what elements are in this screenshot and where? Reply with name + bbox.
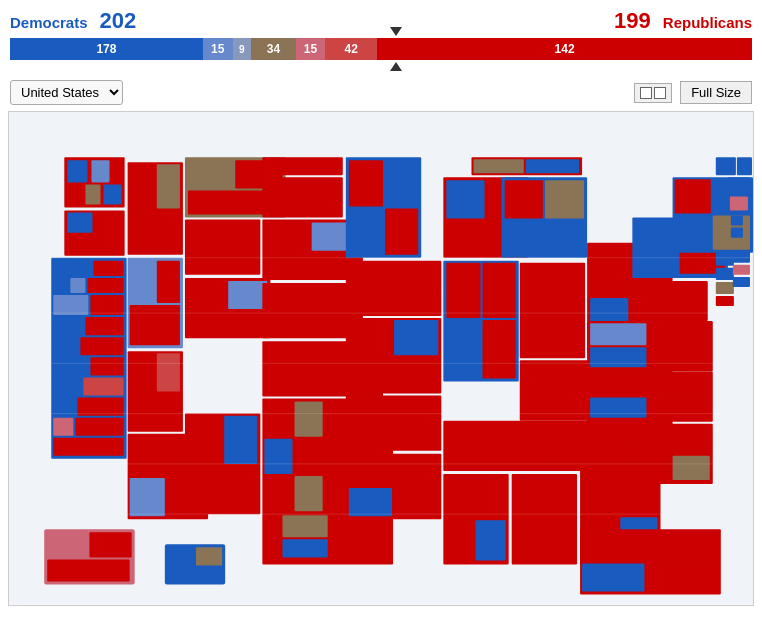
svg-rect-31	[75, 418, 123, 436]
svg-rect-232	[196, 547, 222, 565]
svg-rect-19	[90, 295, 123, 315]
svg-rect-81	[330, 539, 378, 557]
svg-rect-9	[67, 235, 92, 253]
header: Democrats 202 199 Republicans 178 15 9 3…	[0, 0, 762, 74]
svg-rect-107	[349, 290, 392, 312]
svg-rect-78	[282, 515, 327, 537]
svg-rect-231	[168, 547, 194, 565]
svg-rect-118	[394, 425, 438, 447]
svg-rect-130	[446, 263, 480, 318]
svg-rect-148	[590, 246, 628, 296]
svg-rect-3	[91, 160, 109, 182]
svg-rect-98	[262, 157, 342, 175]
svg-rect-189	[648, 373, 709, 395]
small-map-button[interactable]	[634, 83, 672, 103]
svg-rect-164	[476, 476, 506, 518]
small-icon2	[654, 87, 666, 99]
svg-rect-35	[157, 261, 180, 303]
svg-rect-61	[188, 416, 222, 464]
svg-rect-49	[188, 311, 226, 335]
svg-rect-70	[295, 439, 323, 474]
svg-rect-113	[394, 357, 438, 389]
svg-rect-27	[83, 377, 123, 395]
svg-rect-178	[582, 531, 644, 561]
svg-rect-173	[582, 471, 618, 515]
svg-rect-73	[264, 476, 292, 511]
svg-rect-216	[716, 296, 734, 306]
svg-rect-32	[53, 438, 123, 456]
svg-rect-125	[446, 180, 484, 218]
svg-rect-47	[188, 281, 226, 309]
svg-rect-26	[53, 377, 81, 395]
svg-rect-65	[264, 402, 292, 437]
us-map	[9, 112, 753, 605]
svg-rect-111	[394, 320, 438, 355]
svg-rect-233	[168, 567, 194, 581]
svg-rect-145	[522, 311, 550, 355]
svg-rect-195	[590, 347, 646, 367]
svg-rect-229	[47, 559, 129, 581]
svg-rect-16	[70, 278, 85, 293]
svg-rect-191	[648, 398, 709, 418]
svg-rect-108	[394, 290, 438, 312]
bar-seg-34: 34	[251, 38, 296, 60]
svg-rect-206	[675, 216, 711, 250]
svg-rect-197	[632, 281, 707, 321]
svg-rect-42	[188, 160, 233, 188]
svg-rect-20	[53, 317, 83, 335]
svg-rect-138	[545, 221, 584, 255]
svg-rect-183	[634, 426, 670, 454]
svg-rect-221	[731, 228, 743, 238]
svg-rect-211	[739, 159, 750, 173]
svg-rect-39	[157, 164, 180, 208]
reps-label: Republicans	[663, 14, 752, 31]
svg-rect-45	[185, 220, 260, 275]
svg-rect-227	[47, 532, 87, 557]
fullsize-button[interactable]: Full Size	[680, 81, 752, 104]
svg-rect-112	[349, 357, 392, 389]
small-icon	[640, 87, 652, 99]
svg-rect-234	[196, 567, 222, 581]
svg-rect-171	[544, 520, 574, 560]
svg-rect-34	[130, 261, 155, 303]
map-container	[8, 111, 754, 606]
svg-rect-105	[349, 263, 392, 288]
svg-rect-63	[188, 466, 255, 510]
svg-rect-14	[93, 261, 123, 276]
svg-rect-103	[385, 209, 418, 255]
svg-rect-160	[446, 448, 547, 468]
svg-rect-141	[526, 159, 579, 173]
svg-rect-185	[634, 456, 670, 480]
svg-rect-146	[552, 311, 582, 355]
svg-rect-4	[67, 184, 82, 204]
svg-rect-116	[394, 398, 438, 423]
svg-rect-5	[85, 184, 100, 204]
svg-rect-30	[53, 418, 73, 436]
svg-rect-117	[349, 425, 392, 447]
svg-rect-15	[53, 278, 68, 293]
svg-rect-180	[582, 563, 644, 591]
svg-rect-184	[673, 426, 710, 454]
bar-seg-15a: 15	[203, 38, 233, 60]
svg-rect-56	[130, 436, 165, 476]
svg-rect-12	[53, 261, 71, 276]
svg-rect-131	[483, 263, 516, 318]
svg-rect-97	[262, 177, 342, 217]
svg-rect-199	[634, 220, 677, 248]
svg-rect-69	[264, 439, 292, 474]
svg-rect-158	[446, 423, 547, 446]
bar-seg-9: 9	[233, 38, 252, 60]
svg-rect-213	[718, 253, 732, 264]
svg-rect-133	[483, 320, 516, 378]
svg-rect-144	[552, 265, 582, 309]
region-select[interactable]: United States Northeast Midwest South We…	[10, 80, 123, 105]
svg-rect-225	[730, 196, 748, 210]
svg-rect-179	[646, 531, 717, 561]
svg-rect-166	[476, 520, 506, 560]
bar-seg-42: 42	[325, 38, 377, 60]
svg-rect-219	[733, 277, 750, 287]
bar-seg-15b: 15	[296, 38, 326, 60]
svg-rect-140	[473, 159, 523, 173]
svg-rect-215	[716, 282, 734, 294]
svg-rect-170	[514, 520, 542, 560]
